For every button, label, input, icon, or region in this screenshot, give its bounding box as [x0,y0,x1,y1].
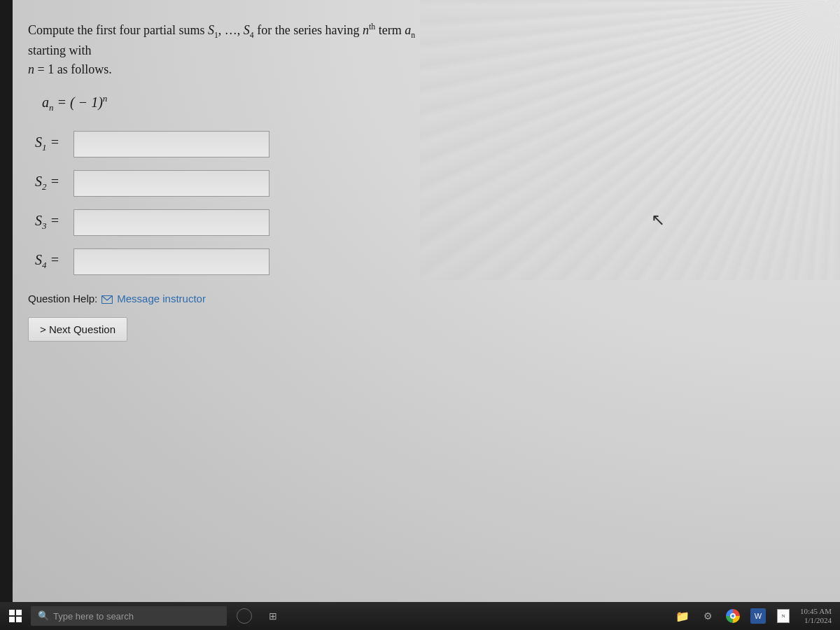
task-view-button[interactable]: ⊞ [262,605,284,627]
taskbar-settings-icon[interactable]: ⚙ [696,605,719,627]
cursor-arrow: ↖ [651,210,665,230]
formula-display: an = ( − 1)n [42,93,448,113]
s1-row: S1 = [35,131,448,158]
time-display: 10:45 AM [800,607,832,616]
clock: 10:45 AM 1/1/2024 [797,607,834,625]
s2-label: S2 = [35,174,74,192]
chrome-icon [726,609,740,623]
s2-input[interactable] [74,170,270,197]
s4-row: S4 = [35,248,448,275]
s4-input[interactable] [74,248,270,275]
message-instructor-label: Message instructor [117,293,206,304]
cortana-button[interactable] [237,608,252,624]
system-tray: 📁 ⚙ W N 10:45 AM 1/1/2024 [671,605,840,627]
start-button[interactable] [0,602,31,630]
search-icon: 🔍 [38,610,49,622]
question-help-section: Question Help: Message instructor [28,293,448,304]
task-view-icon: ⊞ [269,610,277,622]
s4-label: S4 = [35,252,74,271]
taskbar: 🔍 ⊞ 📁 ⚙ W N 10:45 AM 1/1/2024 [0,602,840,630]
settings-icon: ⚙ [704,610,713,622]
help-text-label: Question Help: [28,293,97,304]
taskbar-word-icon[interactable]: W [747,605,769,627]
taskbar-chrome-icon[interactable] [722,605,744,627]
notepad-icon: N [777,609,790,623]
message-instructor-link[interactable]: Message instructor [102,293,206,304]
content-area: Compute the first four partial sums S1, … [28,21,448,342]
s3-row: S3 = [35,209,448,236]
s2-row: S2 = [35,170,448,197]
next-question-button[interactable]: > Next Question [28,317,127,342]
file-icon: 📁 [676,610,690,623]
s3-input[interactable] [74,209,270,236]
s3-label: S3 = [35,213,74,232]
windows-icon [9,610,22,622]
left-sidebar [0,0,13,602]
main-content: Compute the first four partial sums S1, … [0,0,840,602]
mail-icon [102,294,113,302]
taskbar-search[interactable]: 🔍 [31,606,227,626]
problem-description: Compute the first four partial sums S1, … [28,21,448,79]
taskbar-notepad-icon[interactable]: N [772,605,794,627]
taskbar-file-icon[interactable]: 📁 [671,605,694,627]
next-question-label: > Next Question [40,323,115,335]
s1-label: S1 = [35,134,74,153]
word-icon: W [750,608,766,624]
search-input[interactable] [53,611,220,622]
date-display: 1/1/2024 [800,616,832,625]
s1-input[interactable] [74,131,270,158]
